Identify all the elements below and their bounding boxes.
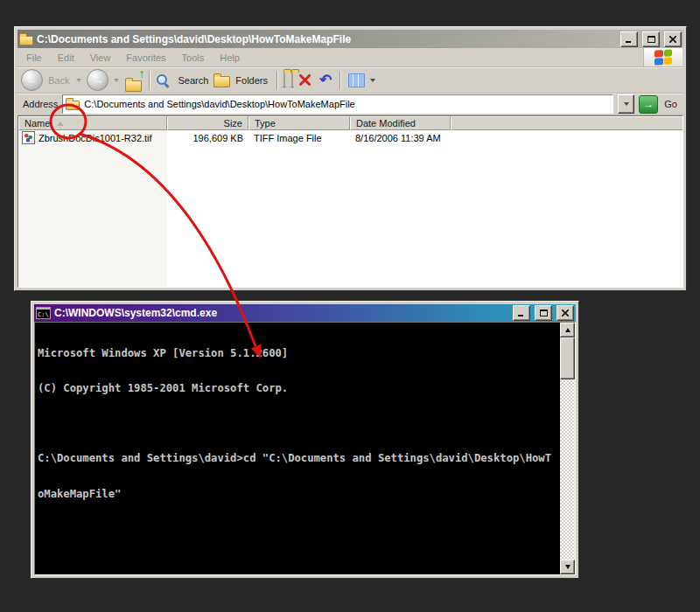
undo-button[interactable]: ↶ [319,73,332,87]
explorer-titlebar-folder-icon [19,36,33,45]
address-folder-icon [66,101,80,110]
terminal-line: oMakeMapFile" [38,489,558,500]
forward-button[interactable]: → [87,69,108,91]
address-dropdown-caret-icon [624,102,629,106]
menu-edit[interactable]: Edit [50,52,82,64]
file-type: TIFF Image File [254,133,322,143]
windows-logo-icon [654,49,672,65]
file-name: ZbrushDocDis1001-R32.tif [38,133,152,143]
move-to-button[interactable]: → [284,73,285,88]
column-header-size[interactable]: Size [167,116,248,130]
scroll-up-button[interactable] [560,323,575,337]
forward-arrow-icon: → [92,73,103,87]
up-folder-icon [125,80,142,92]
go-button-label: Go [664,99,677,109]
cmd-titlebar[interactable]: C:\ C:\WINDOWS\system32\cmd.exe [34,304,576,322]
sort-ascending-icon [57,122,64,126]
menu-view[interactable]: View [82,52,119,64]
explorer-addressbar: Address C:\Documents and Settings\david\… [18,94,683,115]
toolbar-separator [149,71,150,90]
terminal-output[interactable]: Microsoft Windows XP [Version 5.1.2600] … [35,323,560,574]
column-header-type[interactable]: Type [248,116,350,130]
column-header-date-modified[interactable]: Date Modified [350,116,451,130]
toolbar-separator [276,71,278,90]
menu-file[interactable]: File [18,52,50,64]
toolbar-separator [340,71,341,90]
address-path: C:\Documents and Settings\david\Desktop\… [84,99,354,109]
menu-tools[interactable]: Tools [174,52,213,64]
explorer-window: C:\Documents and Settings\david\Desktop\… [14,26,687,291]
cmd-window: C:\ C:\WINDOWS\system32\cmd.exe Microsof… [31,301,579,579]
terminal-line: C:\Documents and Settings\david>cd "C:\D… [38,453,558,464]
tiff-file-icon [22,131,35,144]
explorer-titlebar[interactable]: C:\Documents and Settings\david\Desktop\… [18,30,683,48]
folders-button-label[interactable]: Folders [235,75,268,86]
go-button[interactable]: → [639,95,658,114]
up-button[interactable]: ↑ [124,70,144,90]
back-arrow-icon: ← [26,73,38,87]
back-dropdown-caret-icon[interactable] [76,79,81,82]
address-dropdown-button[interactable] [618,94,634,114]
scroll-track[interactable] [560,379,575,560]
windows-logo-panel [643,48,682,66]
scroll-down-icon [565,565,570,569]
go-arrow-icon: → [643,98,654,110]
delete-button[interactable] [298,73,312,87]
search-icon[interactable] [156,73,170,87]
file-list: Name Size Type Date Modified ZbrushDocDi… [18,115,683,288]
views-button[interactable] [348,73,365,87]
cmd-scrollbar[interactable] [560,323,575,574]
column-header-name[interactable]: Name [18,116,167,130]
minimize-button[interactable] [620,31,638,47]
menu-help[interactable]: Help [212,52,248,64]
forward-dropdown-caret-icon[interactable] [114,79,119,82]
back-button-label: Back [48,75,69,86]
column-header-filler [451,116,682,130]
file-row[interactable]: ZbrushDocDis1001-R32.tif 196,609 KB TIFF… [18,130,682,145]
sorted-column-shade [18,130,167,287]
copy-to-button[interactable]: → [291,73,293,88]
cmd-maximize-button[interactable] [535,305,552,321]
scroll-down-button[interactable] [560,560,575,574]
close-button[interactable] [664,31,682,47]
terminal-line [38,418,558,429]
views-dropdown-caret-icon[interactable] [370,79,375,82]
search-button-label[interactable]: Search [178,75,208,86]
file-date-modified: 8/16/2006 11:39 AM [355,133,441,143]
file-size: 196,609 KB [193,133,244,143]
folders-icon[interactable] [214,76,230,87]
copy-to-arrow-icon: → [288,81,296,90]
cmd-icon: C:\ [36,307,51,319]
explorer-toolbar: ← Back → ↑ Search Folders → → ↶ [18,67,683,94]
address-input[interactable]: C:\Documents and Settings\david\Desktop\… [62,94,613,114]
terminal-line: (C) Copyright 1985-2001 Microsoft Corp. [38,383,558,394]
cmd-body: Microsoft Windows XP [Version 5.1.2600] … [34,322,576,575]
column-header-row: Name Size Type Date Modified [18,116,682,130]
maximize-button[interactable] [642,31,660,47]
scroll-up-icon [565,328,570,332]
scroll-thumb[interactable] [560,337,575,379]
cmd-minimize-button[interactable] [513,305,530,321]
menu-favorites[interactable]: Favorites [118,52,173,64]
address-label: Address [20,99,58,109]
move-to-arrow-icon: → [280,81,288,90]
explorer-menubar: File Edit View Favorites Tools Help [18,48,683,67]
back-button[interactable]: ← [21,69,43,91]
explorer-title: C:\Documents and Settings\david\Desktop\… [37,33,616,45]
cmd-title: C:\WINDOWS\system32\cmd.exe [54,307,508,319]
up-arrow-icon: ↑ [138,67,144,80]
terminal-line: Microsoft Windows XP [Version 5.1.2600] [38,348,558,359]
cmd-close-button[interactable] [556,305,574,321]
